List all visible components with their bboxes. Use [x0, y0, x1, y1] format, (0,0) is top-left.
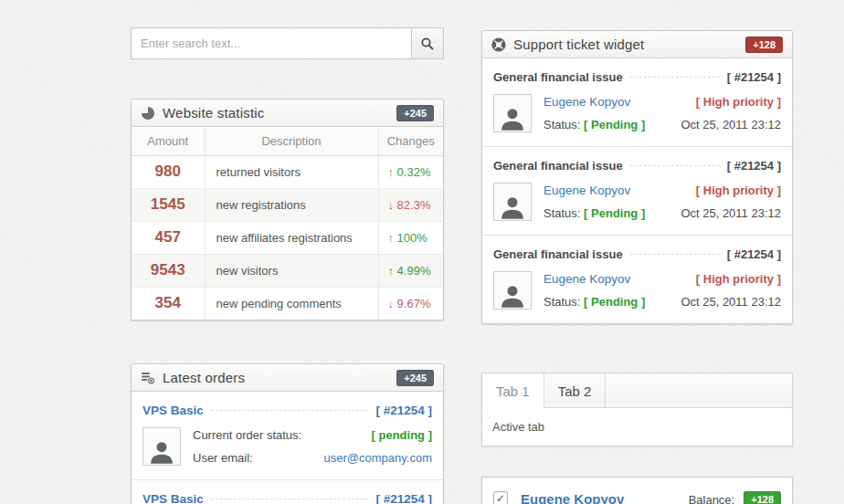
order-status-value: [ pending ]	[372, 428, 432, 442]
order-status-label: Current order status:	[193, 428, 301, 442]
amount-cell: 354	[132, 287, 205, 320]
dashed-separator	[211, 410, 369, 411]
ticket-item: General financial issue [ #21254 ] Eugen…	[482, 236, 792, 323]
ticket-subject: General financial issue	[493, 159, 623, 173]
description-cell: new pending comments	[205, 287, 378, 320]
ticket-status-line: Status: [ Pending ] Oct 25, 2011 23:12	[543, 206, 781, 220]
description-cell: returned visitors	[205, 155, 378, 188]
change-cell: ↑ 100%	[378, 221, 443, 254]
ticket-user-link[interactable]: Eugene Kopyov	[543, 95, 630, 109]
ticket-user-line: Eugene Kopyov [ High priority ]	[543, 184, 781, 197]
ticket-body: Eugene Kopyov [ High priority ] Status: …	[493, 183, 781, 221]
order-email-line: User email: user@company.com	[193, 451, 432, 465]
change-cell: ↓ 9.67%	[378, 287, 443, 320]
order-email-link[interactable]: user@company.com	[324, 451, 432, 465]
balance-label: Balance:	[689, 493, 735, 504]
order-product-link[interactable]: VPS Basic	[142, 404, 204, 417]
dashboard-page: Website statistic +245 Amount Descriptio…	[0, 0, 844, 504]
latest-orders-header: Latest orders +245	[132, 364, 443, 392]
person-icon	[499, 193, 526, 220]
website-statistic-header: Website statistic +245	[132, 100, 443, 127]
ticket-status-value: [ Pending ]	[584, 206, 645, 220]
ticket-status-line: Status: [ Pending ] Oct 25, 2011 23:12	[543, 295, 781, 309]
ticket-body: Eugene Kopyov [ High priority ] Status: …	[493, 94, 781, 132]
tab-1[interactable]: Tab 1	[482, 373, 544, 409]
description-cell: new visitors	[205, 254, 378, 287]
ticket-item: General financial issue [ #21254 ] Eugen…	[482, 58, 792, 147]
ticket-date: Oct 25, 2011 23:12	[680, 206, 781, 220]
ticket-info: Eugene Kopyov [ High priority ] Status: …	[532, 183, 781, 221]
ticket-date: Oct 25, 2011 23:12	[680, 118, 781, 131]
ticket-user-line: Eugene Kopyov [ High priority ]	[543, 272, 781, 286]
website-statistic-widget: Website statistic +245 Amount Descriptio…	[131, 99, 444, 320]
ticket-title-row: General financial issue [ #21254 ]	[493, 159, 781, 173]
table-row: 980 returned visitors ↑ 0.32%	[132, 155, 443, 188]
ticket-number: [ #21254 ]	[727, 70, 781, 84]
latest-orders-widget: Latest orders +245 VPS Basic [ #21254 ]	[131, 363, 444, 504]
ticket-status-value: [ Pending ]	[584, 118, 645, 131]
change-cell: ↓ 82.3%	[378, 188, 443, 221]
amount-cell: 980	[132, 155, 205, 188]
user-name-link[interactable]: Eugene Kopyov	[521, 491, 624, 504]
user-avatar	[493, 183, 532, 221]
ticket-subject: General financial issue	[493, 70, 623, 84]
user-checkbox[interactable]: ✓	[493, 491, 508, 504]
ticket-item: General financial issue [ #21254 ] Eugen…	[482, 147, 792, 236]
pie-chart-icon	[141, 106, 155, 121]
order-title-row: VPS Basic [ #21254 ]	[142, 492, 432, 504]
ticket-priority: [ High priority ]	[696, 184, 781, 197]
ticket-user-line: Eugene Kopyov [ High priority ]	[543, 95, 781, 109]
tab-2[interactable]: Tab 2	[544, 373, 607, 408]
table-row: 457 new affiliates registrations ↑ 100%	[132, 221, 443, 254]
ticket-date: Oct 25, 2011 23:12	[680, 295, 781, 309]
coins-icon	[141, 371, 155, 385]
user-avatar	[493, 271, 532, 310]
widget-title: Website statistic	[163, 105, 265, 121]
search-button[interactable]	[411, 27, 444, 59]
search-input[interactable]	[131, 27, 411, 59]
tabs-widget: Tab 1 Tab 2 Active tab	[481, 373, 793, 446]
person-icon	[148, 437, 175, 465]
amount-cell: 1545	[132, 188, 205, 221]
order-body: Current order status: [ pending ] User e…	[142, 427, 432, 466]
ticket-user-link[interactable]: Eugene Kopyov	[543, 184, 630, 197]
amount-cell: 9543	[132, 254, 205, 287]
table-header-row: Amount Description Changes	[132, 127, 443, 155]
order-number-link[interactable]: [ #21254 ]	[375, 404, 432, 417]
ticket-title-row: General financial issue [ #21254 ]	[493, 70, 781, 84]
description-cell: new affiliates registrations	[205, 221, 378, 254]
dashed-separator	[211, 499, 369, 499]
ticket-status: Status: [ Pending ]	[543, 295, 645, 309]
ticket-number: [ #21254 ]	[727, 159, 781, 173]
ticket-priority: [ High priority ]	[696, 272, 781, 286]
support-ticket-header: Support ticket widget +128	[482, 31, 792, 58]
ticket-user-link[interactable]: Eugene Kopyov	[543, 272, 630, 286]
order-info: Current order status: [ pending ] User e…	[181, 427, 432, 466]
order-email-label: User email:	[193, 451, 253, 465]
column-header-description: Description	[205, 127, 378, 155]
widget-title: Latest orders	[163, 370, 245, 385]
ticket-info: Eugene Kopyov [ High priority ] Status: …	[532, 94, 781, 132]
order-item: VPS Basic [ #21254 ]	[132, 480, 443, 504]
tab-bar: Tab 1 Tab 2	[482, 373, 792, 408]
ticket-status-value: [ Pending ]	[584, 295, 645, 309]
person-icon	[499, 281, 526, 309]
amount-cell: 457	[132, 221, 205, 254]
balance-badge: +128	[744, 491, 781, 504]
description-cell: new registrations	[205, 188, 378, 221]
ticket-status-line: Status: [ Pending ] Oct 25, 2011 23:12	[543, 118, 781, 131]
order-product-link[interactable]: VPS Basic	[142, 492, 204, 504]
dashed-separator	[630, 254, 720, 255]
table-row: 1545 new registrations ↓ 82.3%	[132, 188, 443, 221]
user-card: ✓ Eugene Kopyov Balance: +128	[481, 477, 793, 504]
order-number-link[interactable]: [ #21254 ]	[375, 492, 432, 504]
change-cell: ↑ 0.32%	[378, 155, 443, 188]
person-icon	[499, 104, 526, 131]
search-bar	[131, 27, 444, 59]
ticket-priority: [ High priority ]	[696, 95, 781, 109]
ticket-status: Status: [ Pending ]	[543, 118, 645, 131]
ticket-body: Eugene Kopyov [ High priority ] Status: …	[493, 271, 781, 310]
statistic-table: Amount Description Changes 980 returned …	[132, 127, 443, 320]
dashed-separator	[630, 165, 720, 166]
support-ticket-widget: Support ticket widget +128 General finan…	[481, 30, 793, 324]
